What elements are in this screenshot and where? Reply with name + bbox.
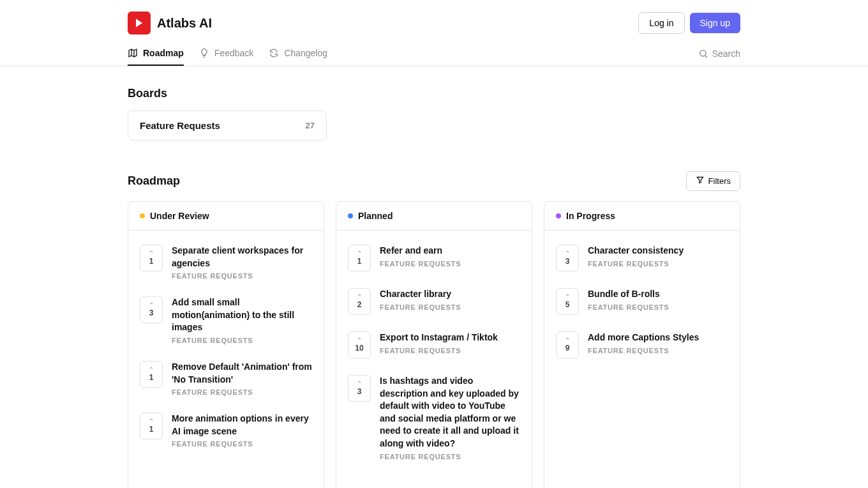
search-label: Search xyxy=(712,49,740,59)
card[interactable]: ⌃3Is hashtags and video description and … xyxy=(345,369,523,471)
vote-count: 10 xyxy=(355,344,363,353)
card-title: Add small small motion(animation) to the… xyxy=(172,296,312,334)
card-body: Bundle of B-rollsFEATURE REQUESTS xyxy=(588,288,728,315)
card-title: Character consistency xyxy=(588,245,728,257)
brand-logo[interactable] xyxy=(128,11,151,34)
status-dot xyxy=(348,213,353,218)
card[interactable]: ⌃1Refer and earnFEATURE REQUESTS xyxy=(345,238,523,282)
vote-count: 1 xyxy=(357,257,362,266)
signup-button[interactable]: Sign up xyxy=(690,13,740,33)
vote-button[interactable]: ⌃1 xyxy=(348,245,371,271)
vote-count: 1 xyxy=(149,425,154,434)
header-left: Atlabs AI xyxy=(128,11,212,34)
login-button[interactable]: Log in xyxy=(638,12,684,34)
column-body-under-review[interactable]: ⌃1Separate client workspaces for agencie… xyxy=(128,231,324,488)
card[interactable]: ⌃3Add small small motion(animation) to t… xyxy=(137,290,315,355)
nav-changelog[interactable]: Changelog xyxy=(269,41,327,66)
vote-button[interactable]: ⌃3 xyxy=(556,245,579,271)
nav-roadmap-label: Roadmap xyxy=(143,48,184,58)
card-label: FEATURE REQUESTS xyxy=(588,260,728,268)
card-body: Character libraryFEATURE REQUESTS xyxy=(380,288,520,315)
vote-button[interactable]: ⌃10 xyxy=(348,332,371,358)
chevron-up-icon: ⌃ xyxy=(357,381,362,387)
roadmap-title: Roadmap xyxy=(128,174,180,188)
card-body: Remove Default 'Animation' from 'No Tran… xyxy=(172,361,312,396)
card[interactable]: ⌃5Bundle of B-rollsFEATURE REQUESTS xyxy=(553,282,731,325)
chevron-up-icon: ⌃ xyxy=(565,337,570,344)
card-body: Export to Instagram / TiktokFEATURE REQU… xyxy=(380,332,520,358)
vote-count: 9 xyxy=(565,344,570,353)
chevron-up-icon: ⌃ xyxy=(149,367,154,373)
nav-bar: Roadmap Feedback Changelog Search xyxy=(0,41,868,66)
header-right: Log in Sign up xyxy=(638,12,740,34)
card-title: Is hashtags and video description and ke… xyxy=(380,375,520,450)
card-title: Remove Default 'Animation' from 'No Tran… xyxy=(172,361,312,386)
header: Atlabs AI Log in Sign up xyxy=(0,0,868,38)
card-body: Character consistencyFEATURE REQUESTS xyxy=(588,245,728,271)
vote-button[interactable]: ⌃3 xyxy=(140,296,163,323)
status-dot xyxy=(556,213,561,218)
card-label: FEATURE REQUESTS xyxy=(172,337,312,344)
nav-roadmap[interactable]: Roadmap xyxy=(128,41,184,66)
vote-button[interactable]: ⌃5 xyxy=(556,288,579,315)
vote-button[interactable]: ⌃2 xyxy=(348,288,371,315)
search-button[interactable]: Search xyxy=(698,49,740,59)
chevron-up-icon: ⌃ xyxy=(149,418,154,425)
column-title: Under Review xyxy=(150,211,209,221)
card-title: Add more Captions Styles xyxy=(588,332,728,344)
play-icon xyxy=(133,17,146,29)
chevron-up-icon: ⌃ xyxy=(357,294,362,300)
card[interactable]: ⌃9Add more Captions StylesFEATURE REQUES… xyxy=(553,325,731,369)
card-title: More animation options in every AI image… xyxy=(172,413,312,438)
card-label: FEATURE REQUESTS xyxy=(172,388,312,396)
vote-button[interactable]: ⌃9 xyxy=(556,332,579,358)
roadmap-columns: Under Review ⌃1Separate client workspace… xyxy=(128,201,740,488)
chevron-up-icon: ⌃ xyxy=(149,250,154,257)
card[interactable]: ⌃1Remove Default 'Animation' from 'No Tr… xyxy=(137,355,315,406)
column-title: Planned xyxy=(358,211,393,221)
vote-count: 2 xyxy=(357,300,362,309)
card[interactable]: ⌃10Export to Instagram / TiktokFEATURE R… xyxy=(345,325,523,369)
filters-button[interactable]: Filters xyxy=(686,171,740,191)
vote-count: 3 xyxy=(149,309,154,317)
map-icon xyxy=(128,48,138,58)
card-title: Bundle of B-rolls xyxy=(588,288,728,301)
card-label: FEATURE REQUESTS xyxy=(588,347,728,355)
column-planned: Planned ⌃1Refer and earnFEATURE REQUESTS… xyxy=(336,201,532,488)
card-label: FEATURE REQUESTS xyxy=(380,347,520,355)
card[interactable]: ⌃1More animation options in every AI ima… xyxy=(137,406,315,458)
card-title: Refer and earn xyxy=(380,245,520,257)
vote-button[interactable]: ⌃3 xyxy=(348,375,371,402)
nav-changelog-label: Changelog xyxy=(284,48,327,58)
column-under-review: Under Review ⌃1Separate client workspace… xyxy=(128,201,324,488)
nav-left: Roadmap Feedback Changelog xyxy=(128,41,327,66)
nav-feedback[interactable]: Feedback xyxy=(199,41,253,66)
card[interactable]: ⌃1Separate client workspaces for agencie… xyxy=(137,238,315,290)
card-label: FEATURE REQUESTS xyxy=(380,453,520,461)
vote-count: 3 xyxy=(357,387,362,396)
vote-button[interactable]: ⌃1 xyxy=(140,361,163,388)
board-card-feature-requests[interactable]: Feature Requests 27 xyxy=(128,111,327,141)
nav-feedback-label: Feedback xyxy=(214,48,253,58)
card-title: Export to Instagram / Tiktok xyxy=(380,332,520,344)
svg-point-0 xyxy=(700,50,705,56)
vote-button[interactable]: ⌃1 xyxy=(140,413,163,439)
column-body-in-progress[interactable]: ⌃3Character consistencyFEATURE REQUESTS … xyxy=(544,231,740,488)
card-body: Refer and earnFEATURE REQUESTS xyxy=(380,245,520,271)
card[interactable]: ⌃3Character consistencyFEATURE REQUESTS xyxy=(553,238,731,282)
vote-button[interactable]: ⌃1 xyxy=(140,245,163,271)
column-body-planned[interactable]: ⌃1Refer and earnFEATURE REQUESTS ⌃2Chara… xyxy=(336,231,532,488)
chevron-up-icon: ⌃ xyxy=(357,250,362,257)
content: Boards Feature Requests 27 Roadmap Filte… xyxy=(0,66,868,488)
card-body: Add more Captions StylesFEATURE REQUESTS xyxy=(588,332,728,358)
card[interactable]: ⌃2Character libraryFEATURE REQUESTS xyxy=(345,282,523,325)
vote-count: 5 xyxy=(565,300,570,309)
board-name: Feature Requests xyxy=(140,120,220,131)
column-header-in-progress: In Progress xyxy=(544,202,740,231)
card-body: Add small small motion(animation) to the… xyxy=(172,296,312,344)
card-label: FEATURE REQUESTS xyxy=(172,272,312,280)
card-label: FEATURE REQUESTS xyxy=(380,303,520,311)
vote-count: 1 xyxy=(149,257,154,266)
board-count: 27 xyxy=(306,121,315,130)
column-header-under-review: Under Review xyxy=(128,202,324,231)
